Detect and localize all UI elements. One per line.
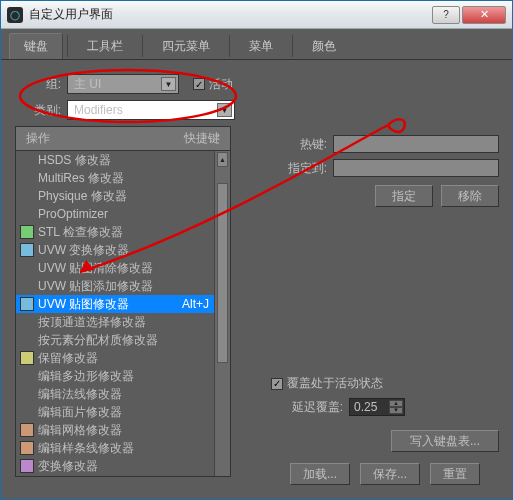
item-icon xyxy=(20,315,34,329)
item-text: STL 检查修改器 xyxy=(38,224,176,241)
list-item[interactable]: 编辑多边形修改器 xyxy=(16,367,230,385)
window-title: 自定义用户界面 xyxy=(29,6,432,23)
item-text: UVW 贴图修改器 xyxy=(38,296,176,313)
hotkey-input[interactable] xyxy=(333,135,499,153)
item-text: 保留修改器 xyxy=(38,350,176,367)
item-text: 编辑多边形修改器 xyxy=(38,368,176,385)
close-button[interactable]: ✕ xyxy=(462,6,506,24)
item-text: 编辑法线修改器 xyxy=(38,386,176,403)
group-label: 组: xyxy=(15,76,61,93)
list-item[interactable]: UVW 贴图清除修改器 xyxy=(16,259,230,277)
list-item[interactable]: STL 检查修改器 xyxy=(16,223,230,241)
list-item[interactable]: 保留修改器 xyxy=(16,349,230,367)
tab-strip: 键盘 工具栏 四元菜单 菜单 颜色 xyxy=(1,29,512,60)
col-action: 操作 xyxy=(26,130,184,147)
assigned-input[interactable] xyxy=(333,159,499,177)
item-text: UVW 变换修改器 xyxy=(38,242,176,259)
list-item[interactable]: 编辑面片修改器 xyxy=(16,403,230,421)
item-text: UVW 贴图添加修改器 xyxy=(38,278,176,295)
item-icon xyxy=(20,207,34,221)
help-button[interactable]: ? xyxy=(432,6,460,24)
item-text: MultiRes 修改器 xyxy=(38,170,176,187)
action-list[interactable]: HSDS 修改器MultiRes 修改器Physique 修改器ProOptim… xyxy=(15,151,231,477)
list-item[interactable]: UVW 贴图添加修改器 xyxy=(16,277,230,295)
item-icon xyxy=(20,189,34,203)
list-item[interactable]: 编辑网格修改器 xyxy=(16,421,230,439)
list-header: 操作 快捷键 xyxy=(15,126,231,151)
hotkey-label: 热键: xyxy=(271,136,327,153)
group-value: 主 UI xyxy=(74,76,101,93)
override-checkbox[interactable]: ✓ xyxy=(271,378,283,390)
group-combo[interactable]: 主 UI ▼ xyxy=(67,74,179,94)
item-icon xyxy=(20,171,34,185)
item-icon xyxy=(20,459,34,473)
item-text: UVW 贴图清除修改器 xyxy=(38,260,176,277)
item-text: 编辑面片修改器 xyxy=(38,404,176,421)
delay-spinner[interactable]: 0.25 ▲▼ xyxy=(349,398,405,416)
category-combo[interactable]: Modifiers ▼ xyxy=(67,100,235,120)
tab-toolbar[interactable]: 工具栏 xyxy=(72,33,138,59)
app-icon: ◯ xyxy=(7,7,23,23)
write-keyboard-button[interactable]: 写入键盘表... xyxy=(391,430,499,452)
item-text: Physique 修改器 xyxy=(38,188,176,205)
scroll-thumb[interactable] xyxy=(217,183,228,363)
tab-keyboard[interactable]: 键盘 xyxy=(9,33,63,59)
item-icon xyxy=(20,405,34,419)
item-icon xyxy=(20,297,34,311)
category-label: 类别: xyxy=(15,102,61,119)
item-icon xyxy=(20,423,34,437)
list-item[interactable]: MultiRes 修改器 xyxy=(16,169,230,187)
title-bar: ◯ 自定义用户界面 ? ✕ xyxy=(1,1,512,29)
active-label: 活动 xyxy=(209,76,233,93)
delay-label: 延迟覆盖: xyxy=(271,399,343,416)
assign-button[interactable]: 指定 xyxy=(375,185,433,207)
item-text: 编辑网格修改器 xyxy=(38,422,176,439)
item-icon xyxy=(20,225,34,239)
spin-down-icon[interactable]: ▼ xyxy=(389,407,403,414)
scroll-up-icon[interactable]: ▲ xyxy=(217,152,228,167)
item-text: ProOptimizer xyxy=(38,207,176,221)
list-item[interactable]: 按元素分配材质修改器 xyxy=(16,331,230,349)
list-item[interactable]: ProOptimizer xyxy=(16,205,230,223)
item-icon xyxy=(20,369,34,383)
item-text: HSDS 修改器 xyxy=(38,152,176,169)
save-button[interactable]: 保存... xyxy=(360,463,420,485)
list-item[interactable]: 编辑样条线修改器 xyxy=(16,439,230,457)
list-item[interactable]: UVW 变换修改器 xyxy=(16,241,230,259)
item-icon xyxy=(20,441,34,455)
item-icon xyxy=(20,153,34,167)
tab-quad[interactable]: 四元菜单 xyxy=(147,33,225,59)
item-icon xyxy=(20,243,34,257)
assigned-label: 指定到: xyxy=(271,160,327,177)
item-text: 变换修改器 xyxy=(38,458,176,475)
col-hotkey: 快捷键 xyxy=(184,130,220,147)
item-text: 按元素分配材质修改器 xyxy=(38,332,176,349)
list-item[interactable]: 变形器修改器 xyxy=(16,475,230,477)
load-button[interactable]: 加载... xyxy=(290,463,350,485)
list-item[interactable]: HSDS 修改器 xyxy=(16,151,230,169)
delay-value: 0.25 xyxy=(354,400,377,414)
chevron-down-icon: ▼ xyxy=(217,103,232,117)
item-icon xyxy=(20,387,34,401)
remove-button[interactable]: 移除 xyxy=(441,185,499,207)
list-item[interactable]: UVW 贴图修改器Alt+J xyxy=(16,295,230,313)
list-item[interactable]: 变换修改器 xyxy=(16,457,230,475)
item-icon xyxy=(20,261,34,275)
reset-button[interactable]: 重置 xyxy=(430,463,480,485)
item-text: 按顶通道选择修改器 xyxy=(38,314,176,331)
list-item[interactable]: 编辑法线修改器 xyxy=(16,385,230,403)
item-icon xyxy=(20,279,34,293)
tab-menu[interactable]: 菜单 xyxy=(234,33,288,59)
item-icon xyxy=(20,351,34,365)
list-item[interactable]: 按顶通道选择修改器 xyxy=(16,313,230,331)
item-text: 编辑样条线修改器 xyxy=(38,440,176,457)
active-checkbox[interactable]: ✓ xyxy=(193,78,205,90)
tab-color[interactable]: 颜色 xyxy=(297,33,351,59)
spin-up-icon[interactable]: ▲ xyxy=(389,400,403,407)
list-item[interactable]: Physique 修改器 xyxy=(16,187,230,205)
override-label: 覆盖处于活动状态 xyxy=(287,375,383,392)
category-value: Modifiers xyxy=(74,103,123,117)
scrollbar[interactable]: ▲ xyxy=(214,151,230,476)
item-icon xyxy=(20,333,34,347)
item-text: 变形器修改器 xyxy=(38,476,176,478)
